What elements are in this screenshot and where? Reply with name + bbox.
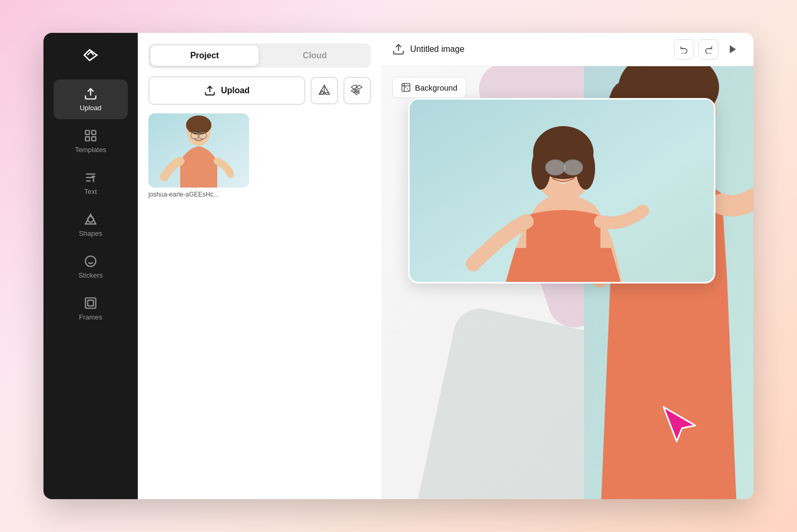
sidebar-item-frames[interactable]: Frames xyxy=(54,289,128,329)
sidebar: Upload Templates Text xyxy=(43,33,138,499)
tab-cloud[interactable]: Cloud xyxy=(261,46,369,66)
svg-rect-4 xyxy=(85,137,90,141)
export-icon xyxy=(728,44,738,55)
sidebar-item-label: Text xyxy=(84,188,97,196)
tabs-row: Project Cloud xyxy=(148,43,371,68)
sidebar-item-label: Stickers xyxy=(78,271,103,279)
upload-to-cloud-icon xyxy=(392,43,405,56)
canvas-header: Untitled image xyxy=(382,33,754,66)
svg-rect-3 xyxy=(92,130,96,135)
background-btn-label: Background xyxy=(415,83,457,92)
svg-rect-0 xyxy=(79,43,102,67)
canvas-title: Untitled image xyxy=(410,45,464,54)
sidebar-item-label: Shapes xyxy=(79,229,102,237)
svg-point-10 xyxy=(85,256,96,267)
templates-icon xyxy=(84,129,98,143)
logo xyxy=(79,43,102,67)
undo-button[interactable] xyxy=(674,39,694,59)
sidebar-item-text[interactable]: Text xyxy=(54,163,128,203)
sidebar-item-label: Templates xyxy=(75,146,106,154)
canvas-body: Background xyxy=(382,66,754,499)
media-grid: joshua-earle-aGEEsHc... xyxy=(148,113,371,198)
sidebar-item-label: Upload xyxy=(79,104,101,112)
upload-icon xyxy=(84,87,98,101)
main-area: Untitled image xyxy=(382,33,754,499)
background-icon xyxy=(401,83,411,92)
sidebar-item-label: Frames xyxy=(79,313,102,321)
svg-rect-14 xyxy=(88,300,94,306)
upload-cloud-icon xyxy=(204,85,216,96)
stickers-icon xyxy=(84,254,98,268)
svg-point-34 xyxy=(563,160,582,175)
svg-point-18 xyxy=(186,116,211,135)
svg-rect-2 xyxy=(85,130,90,135)
upload-btn-label: Upload xyxy=(221,86,250,95)
canvas-image-bg xyxy=(410,100,714,282)
sidebar-item-stickers[interactable]: Stickers xyxy=(54,247,128,287)
media-item[interactable]: joshua-earle-aGEEsHc... xyxy=(148,113,249,198)
canvas-image[interactable] xyxy=(408,98,715,283)
upload-button[interactable]: Upload xyxy=(148,76,305,105)
pink-cursor xyxy=(658,402,701,446)
background-button[interactable]: Background xyxy=(392,77,466,98)
undo-icon xyxy=(680,45,688,54)
media-thumbnail xyxy=(148,113,249,188)
svg-point-33 xyxy=(546,160,565,175)
upload-row: Upload xyxy=(148,76,371,105)
sidebar-item-upload[interactable]: Upload xyxy=(54,79,128,119)
dropbox-button[interactable] xyxy=(343,77,371,104)
text-icon xyxy=(84,171,98,184)
header-actions xyxy=(674,39,743,59)
svg-point-9 xyxy=(88,217,94,223)
tab-project[interactable]: Project xyxy=(150,46,259,66)
frames-icon xyxy=(84,296,98,310)
google-drive-icon xyxy=(318,84,331,97)
sidebar-item-shapes[interactable]: Shapes xyxy=(54,205,128,245)
shapes-icon xyxy=(84,212,98,226)
svg-rect-13 xyxy=(85,298,96,308)
dropbox-icon xyxy=(351,84,364,97)
left-panel: Project Cloud Upload xyxy=(138,33,382,499)
sidebar-item-templates[interactable]: Templates xyxy=(54,121,128,161)
svg-rect-5 xyxy=(92,137,96,141)
redo-icon xyxy=(704,45,713,54)
google-drive-button[interactable] xyxy=(311,77,338,104)
redo-button[interactable] xyxy=(698,39,719,59)
title-row: Untitled image xyxy=(392,43,668,56)
app-container: Upload Templates Text xyxy=(43,33,754,499)
media-filename: joshua-earle-aGEEsHc... xyxy=(148,191,249,198)
export-button[interactable] xyxy=(723,39,743,59)
svg-marker-23 xyxy=(730,46,736,54)
